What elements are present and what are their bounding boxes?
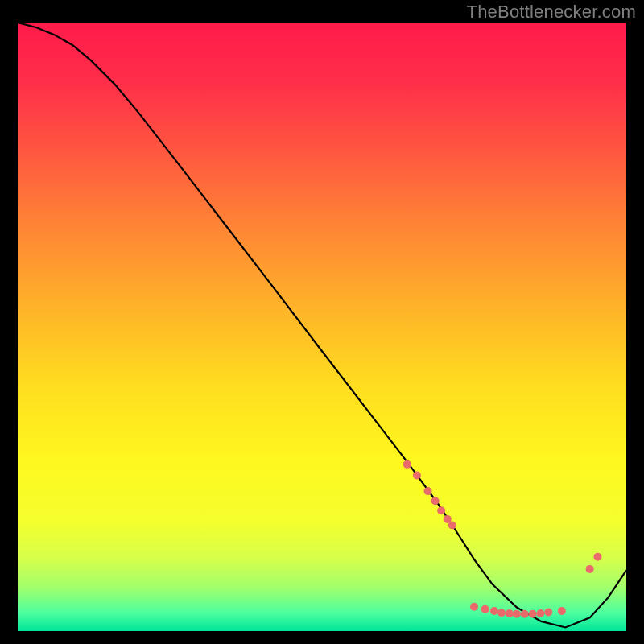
chart-svg (18, 23, 626, 631)
scatter-point (521, 610, 529, 618)
scatter-point (413, 471, 421, 479)
scatter-point (497, 609, 506, 617)
scatter-point (506, 609, 514, 617)
scatter-point (490, 607, 498, 615)
plot-area (18, 23, 626, 631)
scatter-point (513, 610, 521, 618)
scatter-point (437, 506, 445, 514)
scatter-point (536, 609, 544, 617)
attribution-label: TheBottlenecker.com (467, 2, 636, 23)
scatter-point (544, 609, 552, 617)
chart-stage: TheBottlenecker.com (0, 0, 644, 644)
scatter-point (403, 460, 411, 469)
scatter-point (481, 605, 489, 613)
scatter-point (424, 487, 432, 495)
scatter-point (470, 603, 478, 611)
scatter-point (593, 553, 601, 561)
scatter-point (558, 607, 566, 615)
gradient-background (18, 23, 626, 631)
scatter-point (431, 497, 440, 505)
scatter-point (586, 565, 594, 573)
scatter-point (529, 610, 537, 618)
scatter-point (448, 521, 456, 529)
